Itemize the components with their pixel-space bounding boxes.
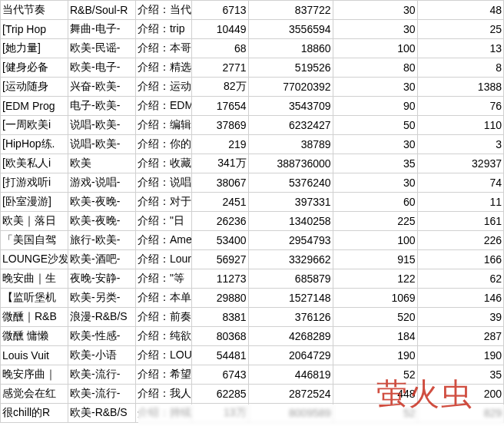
col-value-3[interactable]: 30 (333, 20, 417, 39)
col-value-4[interactable]: 146 (417, 289, 503, 308)
table-row[interactable]: [EDM Prog电子-欧美-介绍：EDM1765435437099076 (1, 97, 504, 116)
col-value-1[interactable]: 17654 (192, 97, 248, 116)
col-value-3[interactable]: 30 (333, 78, 417, 97)
col-intro[interactable]: 介绍：Lour (135, 250, 191, 269)
col-tags[interactable]: 欧美-流行- (68, 385, 135, 404)
col-name[interactable]: 感觉会在红 (1, 385, 68, 404)
table-row[interactable]: [HipHop练.说唱-欧美-介绍：你的21938789303 (1, 135, 504, 154)
col-value-4[interactable]: 32937 (417, 154, 503, 173)
col-value-2[interactable]: 519526 (248, 58, 333, 78)
col-value-1[interactable]: 2771 (192, 58, 248, 78)
col-value-2[interactable]: 388736000 (248, 154, 333, 173)
col-value-3[interactable]: 100 (333, 39, 417, 58)
col-value-2[interactable]: 685879 (248, 269, 333, 289)
col-intro[interactable]: 介绍：前奏 (135, 308, 191, 327)
col-name[interactable]: 微醺｜R&B (1, 308, 68, 327)
col-name[interactable]: LOUNGE沙发 (1, 250, 68, 269)
col-value-3[interactable]: 30 (333, 135, 417, 154)
col-value-3[interactable]: 190 (333, 346, 417, 365)
col-intro[interactable]: 介绍：对于 (135, 193, 191, 212)
table-row[interactable]: 【监听堡机欧美-另类-介绍：本单2988015271481069146 (1, 289, 504, 308)
col-value-3[interactable]: 100 (333, 231, 417, 250)
col-tags[interactable]: R&B/Soul-R (68, 1, 135, 20)
col-name[interactable]: [Trip Hop (1, 20, 68, 39)
col-name[interactable]: [健身必备 (1, 58, 68, 78)
col-intro[interactable]: 介绍：持续 (135, 404, 191, 423)
col-tags[interactable]: 欧美-夜晚- (68, 212, 135, 231)
col-value-4[interactable]: 11 (417, 193, 503, 212)
col-name[interactable]: [欧美私人i (1, 154, 68, 173)
col-tags[interactable]: 电子-欧美- (68, 97, 135, 116)
col-intro[interactable]: 介绍：当代 (135, 1, 191, 20)
col-value-3[interactable]: 122 (333, 269, 417, 289)
col-value-4[interactable]: 39 (417, 308, 503, 327)
col-intro[interactable]: 介绍："等 (135, 269, 191, 289)
col-value-2[interactable]: 837722 (248, 1, 333, 20)
col-value-1[interactable]: 219 (192, 135, 248, 154)
col-tags[interactable]: 欧美-酒吧- (68, 250, 135, 269)
table-row[interactable]: 欧美｜落日欧美-夜晚-介绍："日262361340258225161 (1, 212, 504, 231)
col-value-1[interactable]: 37869 (192, 116, 248, 135)
table-row[interactable]: [卧室漫游]欧美-夜晚-介绍：对于24513973316011 (1, 193, 504, 212)
table-row[interactable]: [运动随身兴奋-欧美-介绍：运动82万77020392301388 (1, 78, 504, 97)
table-row[interactable]: 晚安序曲｜欧美-流行-介绍：希望67434468195235 (1, 365, 504, 385)
col-intro[interactable]: 介绍：说唱 (135, 173, 191, 193)
col-value-2[interactable]: 3329662 (248, 250, 333, 269)
col-intro[interactable]: 介绍："日 (135, 212, 191, 231)
col-name[interactable]: [一周欧美i (1, 116, 68, 135)
col-value-2[interactable]: 38789 (248, 135, 333, 154)
col-value-1[interactable]: 11273 (192, 269, 248, 289)
col-value-2[interactable]: 77020392 (248, 78, 333, 97)
col-value-1[interactable]: 68 (192, 39, 248, 58)
col-value-2[interactable]: 18860 (248, 39, 333, 58)
col-value-3[interactable]: 184 (333, 327, 417, 346)
col-tags[interactable]: 兴奋-欧美- (68, 78, 135, 97)
col-tags[interactable]: 欧美-电子- (68, 58, 135, 78)
col-tags[interactable]: 说唱-欧美- (68, 135, 135, 154)
col-value-1[interactable]: 56927 (192, 250, 248, 269)
table-row[interactable]: 很chill的R欧美-R&B/S介绍：持续13万800958952829 (1, 404, 504, 423)
col-tags[interactable]: 欧美-小语 (68, 346, 135, 365)
table-row[interactable]: [一周欧美i说唱-欧美-介绍：编辑37869623242750110 (1, 116, 504, 135)
col-value-3[interactable]: 50 (333, 116, 417, 135)
col-value-4[interactable]: 161 (417, 212, 503, 231)
col-intro[interactable]: 介绍：本单 (135, 289, 191, 308)
col-value-3[interactable]: 60 (333, 193, 417, 212)
col-value-1[interactable]: 62285 (192, 385, 248, 404)
col-value-3[interactable]: 30 (333, 1, 417, 20)
col-intro[interactable]: 介绍：希望 (135, 365, 191, 385)
col-tags[interactable]: 欧美-R&B/S (68, 404, 135, 423)
col-value-4[interactable]: 190 (417, 346, 503, 365)
table-row[interactable]: [健身必备欧美-电子-介绍：精选2771519526808 (1, 58, 504, 78)
table-row[interactable]: [打游戏听i游戏-说唱-介绍：说唱3806753762403074 (1, 173, 504, 193)
table-row[interactable]: [她力量]欧美-民谣-介绍：本哥681886010013 (1, 39, 504, 58)
col-value-4[interactable]: 76 (417, 97, 503, 116)
col-name[interactable]: 「美国自驾 (1, 231, 68, 250)
table-row[interactable]: 微醺｜R&B浪漫-R&B/S介绍：前奏838137612652039 (1, 308, 504, 327)
col-value-1[interactable]: 8381 (192, 308, 248, 327)
col-value-4[interactable]: 1388 (417, 78, 503, 97)
table-row[interactable]: 感觉会在红欧美-流行-介绍：我人622852872524448200 (1, 385, 504, 404)
col-name[interactable]: 当代节奏 (1, 1, 68, 20)
col-name[interactable]: [打游戏听i (1, 173, 68, 193)
col-value-2[interactable]: 3556594 (248, 20, 333, 39)
col-value-3[interactable]: 52 (333, 404, 417, 423)
col-tags[interactable]: 旅行-欧美- (68, 231, 135, 250)
col-value-4[interactable]: 110 (417, 116, 503, 135)
col-tags[interactable]: 舞曲-电子- (68, 20, 135, 39)
col-value-3[interactable]: 30 (333, 173, 417, 193)
col-intro[interactable]: 介绍：EDM (135, 97, 191, 116)
col-tags[interactable]: 欧美-另类- (68, 289, 135, 308)
col-value-1[interactable]: 29880 (192, 289, 248, 308)
col-value-2[interactable]: 3543709 (248, 97, 333, 116)
col-value-4[interactable]: 8 (417, 58, 503, 78)
table-row[interactable]: 「美国自驾旅行-欧美-介绍：Amer534002954793100226 (1, 231, 504, 250)
col-intro[interactable]: 介绍：Amer (135, 231, 191, 250)
col-value-4[interactable]: 74 (417, 173, 503, 193)
col-value-1[interactable]: 10449 (192, 20, 248, 39)
col-value-3[interactable]: 225 (333, 212, 417, 231)
col-name[interactable]: 【监听堡机 (1, 289, 68, 308)
col-intro[interactable]: 介绍：本哥 (135, 39, 191, 58)
col-value-4[interactable]: 3 (417, 135, 503, 154)
col-tags[interactable]: 说唱-欧美- (68, 116, 135, 135)
